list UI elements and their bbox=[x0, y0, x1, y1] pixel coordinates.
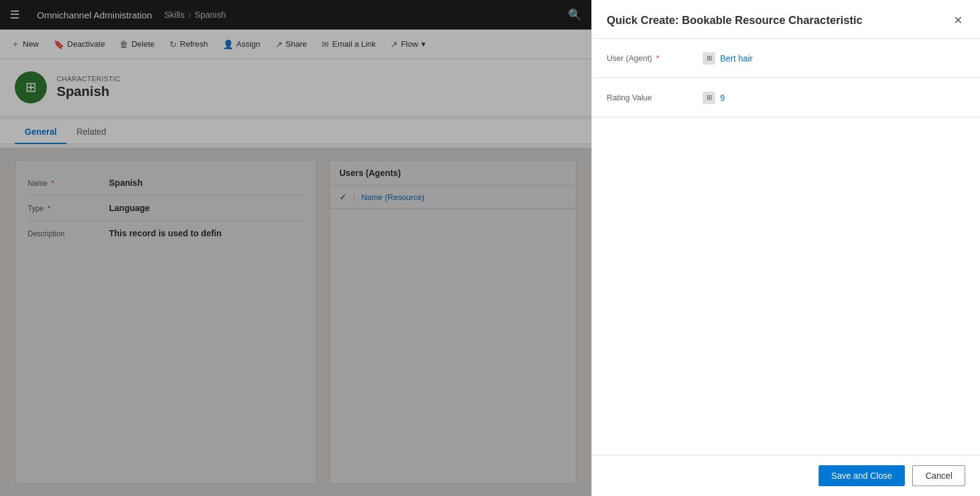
qc-field-rating-value: Rating Value ⊞ 9 bbox=[592, 78, 980, 118]
type-label: Type * bbox=[28, 203, 102, 213]
search-icon[interactable]: 🔍 bbox=[563, 6, 586, 24]
qc-close-button[interactable]: ✕ bbox=[951, 12, 965, 28]
assign-icon: 👤 bbox=[223, 39, 233, 49]
qc-title: Quick Create: Bookable Resource Characte… bbox=[607, 14, 862, 27]
type-value[interactable]: Language bbox=[109, 203, 304, 213]
col-separator: | bbox=[353, 193, 355, 202]
deactivate-icon: 🔖 bbox=[54, 39, 64, 49]
name-required: * bbox=[51, 179, 54, 188]
new-button[interactable]: ＋ New bbox=[5, 35, 45, 54]
flow-dropdown-icon[interactable]: ▾ bbox=[421, 39, 426, 49]
breadcrumb-sep: › bbox=[188, 10, 191, 20]
qc-footer: Save and Close Cancel bbox=[592, 455, 980, 496]
user-agent-value[interactable]: Bert hair bbox=[720, 54, 753, 63]
form-card: Name * Spanish Type * Language Descripti… bbox=[15, 160, 317, 484]
deactivate-button[interactable]: 🔖 Deactivate bbox=[47, 36, 111, 53]
cancel-button[interactable]: Cancel bbox=[912, 465, 965, 486]
user-agent-icon: ⊞ bbox=[703, 52, 715, 65]
users-card: Users (Agents) ✓ | Name (Resource) bbox=[329, 160, 577, 484]
rating-value-icon: ⊞ bbox=[703, 92, 715, 104]
record-meta: CHARACTERISTIC Spanish bbox=[57, 75, 121, 100]
check-icon: ✓ bbox=[339, 192, 347, 202]
save-and-close-button[interactable]: Save and Close bbox=[819, 465, 905, 486]
record-header: ⊞ CHARACTERISTIC Spanish bbox=[0, 59, 591, 116]
name-label: Name * bbox=[28, 178, 102, 188]
content-area: Name * Spanish Type * Language Descripti… bbox=[0, 148, 591, 496]
record-icon: ⊞ bbox=[15, 71, 47, 103]
qc-field-user-agent: User (Agent) * ⊞ Bert hair bbox=[592, 39, 980, 78]
description-value[interactable]: This record is used to defin bbox=[109, 228, 304, 238]
field-type-row: Type * Language bbox=[28, 196, 304, 221]
delete-button[interactable]: 🗑 Delete bbox=[113, 36, 161, 53]
tab-general[interactable]: General bbox=[15, 121, 67, 144]
delete-icon: 🗑 bbox=[119, 39, 128, 49]
share-icon: ↗ bbox=[275, 39, 283, 49]
field-description-row: Description This record is used to defin bbox=[28, 221, 304, 246]
share-button[interactable]: ↗ Share bbox=[269, 36, 314, 53]
qc-header: Quick Create: Bookable Resource Characte… bbox=[592, 0, 980, 39]
flow-button[interactable]: ↗ Flow ▾ bbox=[384, 36, 431, 53]
breadcrumb-skills[interactable]: Skills bbox=[164, 10, 185, 20]
name-value[interactable]: Spanish bbox=[109, 178, 304, 188]
table-row: ✓ | Name (Resource) bbox=[330, 186, 576, 209]
breadcrumb: Skills › Spanish bbox=[164, 10, 226, 20]
type-required: * bbox=[47, 204, 51, 213]
app-name: Omnichannel Administration bbox=[30, 10, 160, 20]
email-icon: ✉ bbox=[322, 39, 329, 49]
field-name-row: Name * Spanish bbox=[28, 170, 304, 196]
refresh-button[interactable]: ↻ Refresh bbox=[163, 36, 214, 53]
tab-related[interactable]: Related bbox=[67, 121, 116, 144]
hamburger-icon[interactable]: ☰ bbox=[5, 6, 25, 24]
quick-create-panel: Quick Create: Bookable Resource Characte… bbox=[591, 0, 980, 496]
rating-value[interactable]: 9 bbox=[720, 93, 725, 103]
qc-user-agent-label: User (Agent) * bbox=[607, 54, 693, 63]
user-agent-required: * bbox=[656, 54, 659, 63]
qc-user-agent-value-container: ⊞ Bert hair bbox=[703, 52, 965, 65]
refresh-icon: ↻ bbox=[169, 39, 177, 49]
email-link-button[interactable]: ✉ Email a Link bbox=[315, 36, 382, 53]
name-resource-link[interactable]: Name (Resource) bbox=[361, 193, 424, 202]
toolbar: ＋ New 🔖 Deactivate 🗑 Delete ↻ Refresh 👤 … bbox=[0, 30, 591, 59]
tabs-bar: General Related bbox=[0, 121, 591, 144]
qc-body: User (Agent) * ⊞ Bert hair Rating Value … bbox=[592, 39, 980, 455]
qc-rating-value-container: ⊞ 9 bbox=[703, 92, 965, 104]
flow-icon: ↗ bbox=[391, 39, 398, 49]
description-label: Description bbox=[28, 228, 102, 238]
new-icon: ＋ bbox=[11, 39, 20, 50]
record-type: CHARACTERISTIC bbox=[57, 75, 121, 82]
top-nav-bar: ☰ Omnichannel Administration Skills › Sp… bbox=[0, 0, 591, 30]
record-name: Spanish bbox=[57, 84, 121, 100]
users-card-header: Users (Agents) bbox=[330, 161, 576, 186]
assign-button[interactable]: 👤 Assign bbox=[217, 36, 267, 53]
breadcrumb-spanish: Spanish bbox=[195, 10, 226, 20]
qc-rating-value-label: Rating Value bbox=[607, 93, 693, 102]
